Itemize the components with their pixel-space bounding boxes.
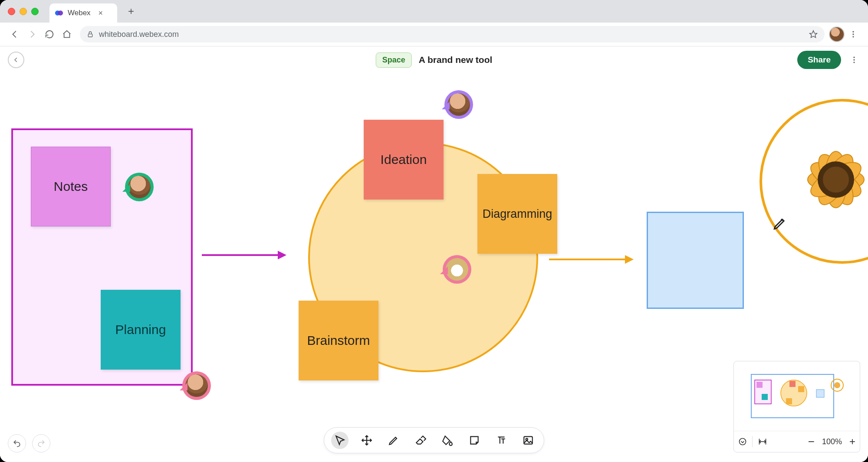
tool-eraser[interactable] [412,432,429,449]
sticky-brainstorm[interactable]: Brainstorm [299,301,378,380]
svg-rect-2 [88,34,92,37]
svg-marker-19 [278,251,286,259]
browser-home-button[interactable] [58,26,76,43]
svg-point-1 [58,10,63,16]
sticky-diagramming[interactable]: Diagramming [477,174,557,254]
window-controls [8,8,39,15]
header-right: Share [797,51,860,69]
browser-back-button[interactable] [6,26,23,43]
svg-marker-22 [122,184,130,192]
sticky-diagramming-label: Diagramming [477,174,557,254]
svg-marker-3 [810,31,817,38]
tool-select[interactable] [331,432,349,449]
zoom-level[interactable]: 100% [820,437,844,446]
svg-marker-25 [180,383,187,390]
svg-marker-21 [625,255,634,264]
svg-marker-23 [442,102,450,109]
app-header: Space A brand new tool Share [0,46,868,74]
app-back-button[interactable] [8,52,24,68]
browser-menu-button[interactable] [845,26,862,43]
svg-rect-36 [816,390,824,397]
tool-text[interactable] [493,432,510,449]
svg-rect-31 [762,394,768,400]
right-circle[interactable] [760,99,868,264]
svg-rect-33 [789,381,796,387]
blue-rect[interactable] [647,212,744,309]
app-window: Webex × + whiteboard.webex.com [0,0,868,462]
sticky-ideation[interactable]: Ideation [364,120,444,200]
tool-sticky[interactable] [466,432,483,449]
new-tab-button[interactable]: + [126,6,136,16]
zoom-out-button[interactable]: − [808,435,815,449]
browser-tab[interactable]: Webex × [49,3,117,23]
browser-forward-button[interactable] [23,26,41,43]
tool-pen[interactable] [385,432,402,449]
svg-rect-26 [524,436,533,444]
window-zoom-icon[interactable] [31,8,39,15]
tool-image[interactable] [519,432,537,449]
sticky-notes-label: Notes [31,147,110,226]
sticky-notes[interactable]: Notes [31,147,111,226]
svg-point-17 [823,167,849,193]
space-chip[interactable]: Space [376,52,412,68]
sticky-ideation-label: Ideation [364,120,444,200]
presence-green [125,173,154,201]
svg-point-8 [853,59,855,60]
sticky-planning-label: Planning [101,290,181,370]
header-center: Space A brand new tool [376,52,493,68]
presence-pink-dog [443,255,471,284]
tool-fill[interactable] [439,432,456,449]
svg-point-6 [852,36,854,37]
address-bar-url: whiteboard.webex.com [99,30,179,39]
sticky-brainstorm-label: Brainstorm [299,301,378,380]
arrow-purple[interactable] [200,246,286,264]
sunflower-image-icon [762,102,868,266]
sticky-planning[interactable]: Planning [101,290,181,370]
svg-point-5 [852,33,854,35]
bookmark-star-icon[interactable] [809,30,818,39]
svg-point-4 [852,31,854,33]
undo-button[interactable] [8,434,26,452]
fit-width-icon[interactable] [758,437,767,446]
svg-rect-34 [798,386,804,392]
browser-reload-button[interactable] [41,26,58,43]
tab-close-icon[interactable]: × [99,9,103,18]
svg-marker-24 [440,266,448,274]
redo-button[interactable] [32,434,50,452]
minimap-panel: − 100% + [733,361,860,452]
browser-tab-title: Webex [68,9,91,17]
zoom-bar: − 100% + [734,431,860,452]
svg-point-7 [853,57,855,58]
minimap-preview[interactable] [734,361,860,431]
svg-point-39 [740,439,746,445]
zoom-mode-icon[interactable] [738,437,747,446]
browser-profile-avatar[interactable] [829,26,845,42]
pencil-cursor-icon [773,216,787,231]
svg-point-38 [834,382,840,388]
presence-purple [444,90,473,119]
undo-redo-group [8,434,50,452]
tool-pan[interactable] [358,432,375,449]
presence-pink [182,371,211,400]
svg-rect-30 [756,382,763,388]
more-menu-button[interactable] [850,56,860,64]
window-minimize-icon[interactable] [20,8,27,15]
share-button[interactable]: Share [797,51,841,69]
arrow-orange[interactable] [547,251,634,268]
browser-toolbar: whiteboard.webex.com [0,23,868,46]
tool-dock [324,427,544,453]
lock-icon [87,31,94,38]
window-close-icon[interactable] [8,8,15,15]
whiteboard-canvas[interactable]: Notes Planning Ideation Diagramming Brai… [0,73,868,462]
zoom-in-button[interactable]: + [849,436,855,448]
address-bar[interactable]: whiteboard.webex.com [80,26,825,43]
svg-point-9 [853,62,855,63]
browser-tabbar: Webex × + [0,0,868,23]
svg-rect-35 [786,398,792,404]
document-title[interactable]: A brand new tool [419,55,493,65]
webex-favicon-icon [55,9,63,17]
